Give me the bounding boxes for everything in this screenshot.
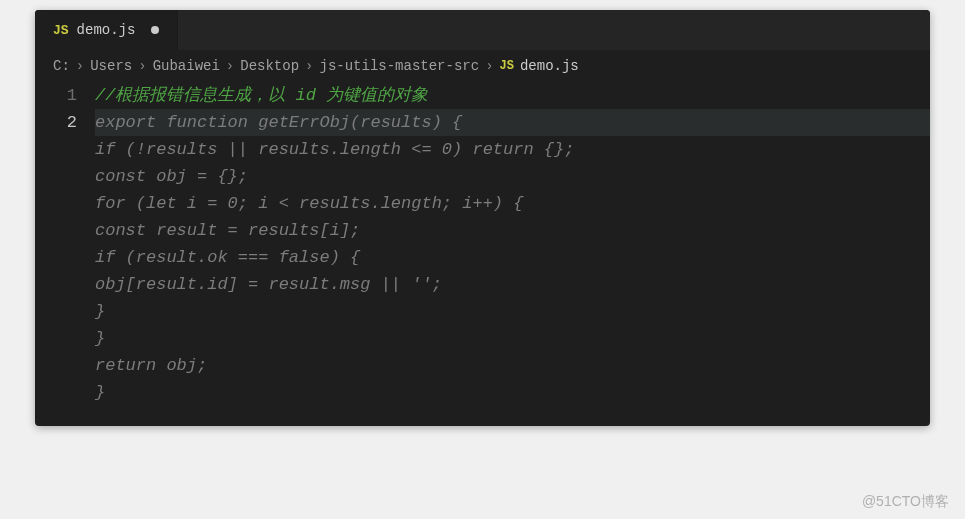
tab-bar: JS demo.js (35, 10, 930, 50)
js-file-icon: JS (500, 59, 514, 73)
code-text: const result = results[i]; (95, 221, 360, 240)
breadcrumb-part[interactable]: Gubaiwei (153, 58, 220, 74)
line-number: 1 (35, 82, 77, 109)
chevron-right-icon: › (226, 58, 234, 74)
breadcrumb-part[interactable]: js-utils-master-src (319, 58, 479, 74)
code-text: if (!results || results.length <= 0) ret… (95, 140, 574, 159)
breadcrumb-file[interactable]: demo.js (520, 58, 579, 74)
breadcrumb[interactable]: C: › Users › Gubaiwei › Desktop › js-uti… (35, 50, 930, 82)
code-content[interactable]: //根据报错信息生成，以 id 为键值的对象 export function g… (95, 82, 930, 406)
code-text: if (result.ok === false) { (95, 248, 360, 267)
code-text: obj[result.id] = result.msg || ''; (95, 275, 442, 294)
line-number-gutter: 1 2 (35, 82, 95, 406)
file-tab[interactable]: JS demo.js (35, 10, 178, 50)
breadcrumb-part[interactable]: Desktop (240, 58, 299, 74)
code-text: //根据报错信息生成，以 id 为键值的对象 (95, 86, 428, 105)
code-text: } (95, 329, 105, 348)
watermark: @51CTO博客 (862, 493, 949, 511)
js-file-icon: JS (53, 23, 69, 38)
tab-filename: demo.js (77, 22, 136, 38)
code-area[interactable]: 1 2 //根据报错信息生成，以 id 为键值的对象 export functi… (35, 82, 930, 426)
code-text: return obj; (95, 356, 207, 375)
breadcrumb-part[interactable]: C: (53, 58, 70, 74)
code-text: for (let i = 0; i < results.length; i++)… (95, 194, 523, 213)
line-number: 2 (35, 109, 77, 136)
code-text: } (95, 383, 105, 402)
chevron-right-icon: › (76, 58, 84, 74)
chevron-right-icon: › (305, 58, 313, 74)
code-text: export function getErrObj(results) { (95, 113, 462, 132)
editor-window: JS demo.js C: › Users › Gubaiwei › Deskt… (35, 10, 930, 426)
chevron-right-icon: › (138, 58, 146, 74)
code-text: } (95, 302, 105, 321)
modified-indicator-icon (151, 26, 159, 34)
breadcrumb-part[interactable]: Users (90, 58, 132, 74)
code-text: const obj = {}; (95, 167, 248, 186)
chevron-right-icon: › (485, 58, 493, 74)
